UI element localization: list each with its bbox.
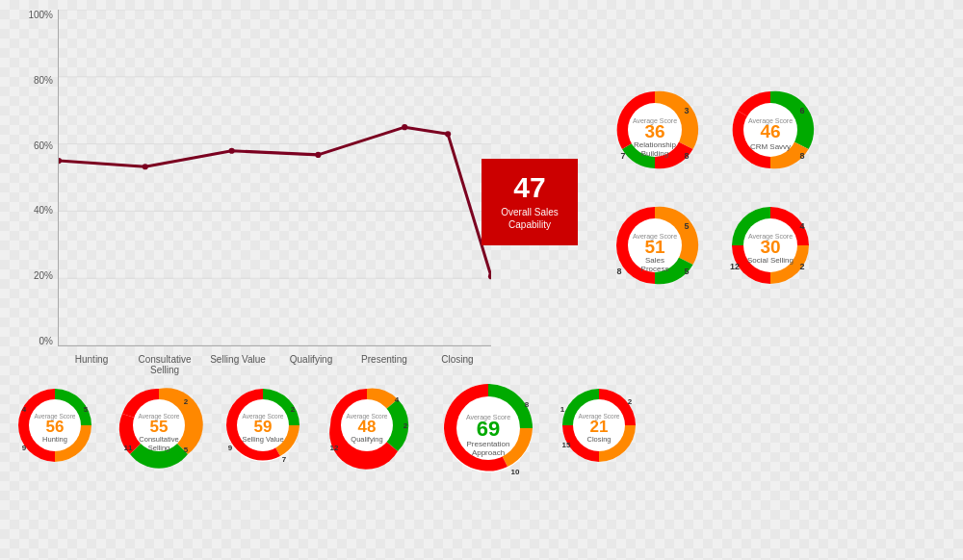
svg-point-6 <box>59 158 62 164</box>
donut-selling-value: Average Score 59 Selling Value 2 7 9 <box>213 375 314 480</box>
svg-text:48: 48 <box>358 418 377 436</box>
svg-text:4: 4 <box>22 405 27 414</box>
svg-point-7 <box>143 164 148 169</box>
svg-point-11 <box>445 131 451 137</box>
donut-relationship-building: Average Score 36 Relationship Building 3… <box>602 77 708 187</box>
svg-text:55: 55 <box>150 418 169 436</box>
svg-text:Process: Process <box>641 265 669 273</box>
svg-text:8: 8 <box>799 151 804 161</box>
donut-sales-process: Average Score 51 Sales Process 5 5 8 <box>602 192 708 302</box>
svg-text:5: 5 <box>84 405 89 414</box>
x-axis-labels: Hunting ConsultativeSelling Selling Valu… <box>58 354 491 375</box>
kpi-label: Overall SalesCapability <box>501 206 558 231</box>
svg-text:7: 7 <box>282 455 287 464</box>
svg-text:2: 2 <box>184 397 189 406</box>
svg-text:12: 12 <box>730 262 740 271</box>
svg-text:Sales: Sales <box>645 256 664 265</box>
svg-text:8: 8 <box>616 267 621 276</box>
svg-text:7: 7 <box>620 151 625 161</box>
chart-plot <box>58 10 491 346</box>
svg-text:15: 15 <box>562 441 571 449</box>
svg-text:4: 4 <box>799 221 804 231</box>
svg-text:1: 1 <box>560 405 565 414</box>
svg-text:30: 30 <box>760 237 780 257</box>
line-chart: 100% 80% 60% 40% 20% 0% Hunt <box>19 10 491 375</box>
donut-social-selling: Average Score 30 Social Selling 4 2 12 <box>717 192 823 302</box>
svg-text:51: 51 <box>644 237 665 257</box>
svg-text:56: 56 <box>46 418 65 436</box>
svg-text:5: 5 <box>184 445 189 454</box>
svg-text:Hunting: Hunting <box>42 435 67 444</box>
svg-text:9: 9 <box>22 444 27 452</box>
svg-text:59: 59 <box>254 418 273 436</box>
svg-point-9 <box>315 152 321 158</box>
svg-text:69: 69 <box>477 417 500 441</box>
y-axis-labels: 100% 80% 60% 40% 20% 0% <box>19 10 53 346</box>
svg-text:2: 2 <box>628 397 633 406</box>
svg-text:Selling Value: Selling Value <box>242 435 283 444</box>
svg-text:3: 3 <box>684 106 689 115</box>
donut-qualifying: Average Score 48 Qualifying 4 2 12 <box>317 375 418 480</box>
donut-consultative-selling: Average Score 55 Consultative Selling 2 … <box>109 375 210 480</box>
svg-point-10 <box>402 124 407 130</box>
svg-text:2: 2 <box>403 421 408 430</box>
svg-text:5: 5 <box>684 267 689 276</box>
svg-text:6: 6 <box>799 106 804 115</box>
svg-text:11: 11 <box>124 444 133 452</box>
svg-text:5: 5 <box>684 221 689 231</box>
svg-text:Selling: Selling <box>148 444 170 452</box>
svg-text:4: 4 <box>395 395 400 404</box>
donut-hunting: Average Score 56 Hunting 5 4 9 <box>5 375 106 480</box>
svg-text:21: 21 <box>590 418 609 436</box>
donut-presentation-approach: Average Score 69 Presentation Approach 8… <box>430 370 546 490</box>
svg-text:Consultative: Consultative <box>139 435 178 444</box>
svg-text:36: 36 <box>644 121 664 141</box>
svg-text:46: 46 <box>760 121 780 141</box>
svg-text:Presentation: Presentation <box>467 440 510 448</box>
svg-text:8: 8 <box>684 151 689 161</box>
svg-text:Building: Building <box>641 149 668 158</box>
svg-text:Social Selling: Social Selling <box>747 256 794 265</box>
svg-point-8 <box>229 148 235 154</box>
svg-text:Relationship: Relationship <box>634 140 677 149</box>
svg-text:8: 8 <box>525 400 530 409</box>
donut-crm-savvy: Average Score 46 CRM Savvy 6 8 <box>717 77 823 187</box>
svg-text:Qualifying: Qualifying <box>351 435 382 444</box>
kpi-number: 47 <box>513 173 545 202</box>
svg-text:9: 9 <box>228 444 233 452</box>
svg-text:Closing: Closing <box>586 435 611 444</box>
svg-text:Approach: Approach <box>472 448 505 457</box>
donut-closing: Average Score 21 Closing 2 1 15 <box>549 375 650 480</box>
svg-text:12: 12 <box>330 444 339 452</box>
svg-text:10: 10 <box>511 468 520 476</box>
overall-kpi: 47 Overall SalesCapability <box>482 159 578 245</box>
svg-text:2: 2 <box>291 405 296 414</box>
svg-text:2: 2 <box>799 262 804 271</box>
svg-text:CRM Savvy: CRM Savvy <box>750 142 791 151</box>
